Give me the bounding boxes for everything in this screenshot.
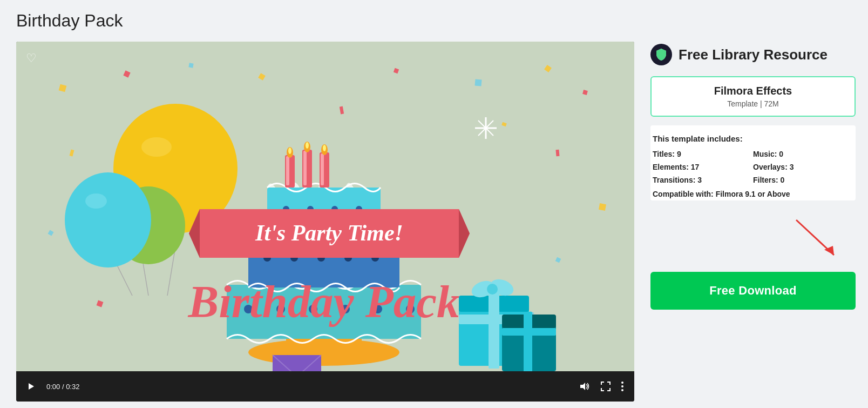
scene-illustration: It's Party Time! Birthday Pack: [16, 42, 634, 371]
filmora-card-title: Filmora Effects: [662, 85, 844, 97]
svg-point-60: [306, 142, 309, 149]
elements-value: 17: [691, 163, 700, 171]
svg-marker-83: [580, 383, 585, 390]
svg-rect-79: [524, 312, 532, 371]
volume-button[interactable]: [577, 380, 592, 393]
video-controls: 0:00 / 0:32: [16, 371, 634, 402]
arrow-area: [650, 215, 856, 263]
music-label: Music:: [753, 150, 777, 158]
filmora-card-subtitle: Template | 72M: [662, 99, 844, 108]
titles-label: Titles:: [653, 150, 675, 158]
template-info: This template includes: Titles: 9 Music:…: [650, 125, 856, 200]
filters-value: 0: [781, 176, 785, 184]
elements-label: Elements:: [653, 163, 689, 171]
titles-item: Titles: 9: [653, 150, 753, 158]
svg-point-85: [621, 385, 623, 387]
music-item: Music: 0: [753, 150, 853, 158]
badge-row: Free Library Resource: [650, 44, 856, 65]
svg-rect-80: [502, 328, 556, 336]
sidebar: Free Library Resource Filmora Effects Te…: [650, 42, 856, 310]
svg-rect-62: [321, 153, 324, 185]
fullscreen-button[interactable]: [599, 379, 613, 393]
filters-label: Filters:: [753, 176, 778, 184]
page-title: Birthday Pack: [16, 11, 852, 31]
svg-rect-16: [555, 150, 559, 156]
svg-rect-6: [474, 79, 482, 86]
svg-text:Birthday Pack: Birthday Pack: [188, 276, 460, 327]
music-value: 0: [779, 150, 783, 158]
overlays-item: Overlays: 3: [753, 163, 853, 171]
arrow-indicator: [791, 215, 845, 263]
template-includes-title: This template includes:: [653, 134, 853, 143]
svg-rect-54: [286, 156, 289, 185]
svg-point-84: [621, 382, 623, 384]
svg-rect-3: [188, 63, 193, 68]
play-button[interactable]: [25, 380, 38, 393]
compatible-label: Compatible with:: [653, 190, 714, 198]
svg-point-56: [288, 148, 291, 154]
free-library-badge: Free Library Resource: [679, 46, 828, 63]
svg-marker-82: [29, 383, 34, 390]
transitions-label: Transitions:: [653, 176, 695, 184]
svg-rect-81: [273, 355, 321, 371]
transitions-item: Transitions: 3: [653, 176, 753, 184]
compatible-row: Compatible with: Filmora 9.1 or Above: [653, 190, 853, 198]
svg-text:It's Party Time!: It's Party Time!: [255, 220, 403, 245]
overlays-label: Overlays:: [753, 163, 788, 171]
free-download-button[interactable]: Free Download: [650, 272, 856, 310]
svg-point-27: [65, 172, 151, 267]
transitions-value: 3: [697, 176, 702, 184]
svg-point-28: [85, 193, 107, 209]
elements-item: Elements: 17: [653, 163, 753, 171]
filters-item: Filters: 0: [753, 176, 853, 184]
titles-value: 9: [677, 150, 681, 158]
filmora-card: Filmora Effects Template | 72M: [650, 76, 856, 117]
info-grid: Titles: 9 Music: 0 Elements: 17 Overlays…: [653, 150, 853, 184]
svg-rect-72: [489, 293, 499, 369]
svg-point-86: [621, 389, 623, 391]
shield-icon: [650, 44, 672, 65]
overlays-value: 3: [790, 163, 794, 171]
video-preview: ♡: [16, 42, 634, 371]
svg-point-64: [323, 145, 326, 151]
svg-rect-58: [303, 151, 307, 185]
video-container: ♡: [16, 42, 634, 402]
time-display: 0:00 / 0:32: [46, 383, 79, 391]
svg-point-76: [487, 284, 498, 295]
svg-rect-11: [599, 203, 606, 211]
heart-icon[interactable]: ♡: [26, 51, 41, 66]
svg-point-23: [141, 137, 172, 157]
compatible-value: Filmora 9.1 or Above: [716, 190, 790, 198]
more-options-button[interactable]: [619, 379, 626, 393]
